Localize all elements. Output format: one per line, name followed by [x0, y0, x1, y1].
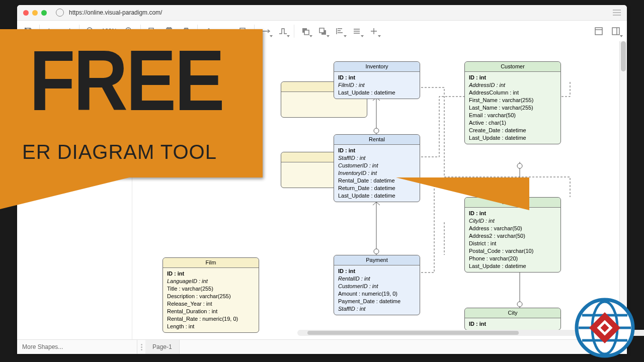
zoom-out-button[interactable]: [83, 23, 99, 39]
svg-point-19: [517, 191, 522, 196]
svg-point-21: [517, 302, 522, 307]
window-controls[interactable]: [23, 10, 47, 16]
svg-rect-14: [319, 28, 324, 33]
zoom-in-button[interactable]: [121, 23, 137, 39]
entity-address[interactable]: Address ID : intCityID : intAddress : va…: [464, 197, 561, 273]
format-panel-button[interactable]: [591, 23, 607, 39]
svg-rect-15: [595, 28, 602, 35]
svg-rect-8: [223, 34, 229, 35]
svg-rect-6: [167, 28, 172, 35]
save-button[interactable]: [20, 23, 36, 39]
entity-header: Film: [163, 258, 259, 268]
entity-header: Customer: [465, 62, 560, 72]
to-front-button[interactable]: [297, 23, 313, 39]
shape-sidebar: Search Shapes Entity Relationship: [17, 41, 132, 340]
paste-button[interactable]: [161, 23, 177, 39]
waypoint-button[interactable]: [275, 23, 291, 39]
entity-city[interactable]: City ID : int: [464, 308, 561, 330]
close-icon[interactable]: [23, 10, 29, 16]
entity-inventory[interactable]: Inventory ID : intFilmID : intLast_Updat…: [334, 61, 420, 99]
entity-header: Address: [465, 198, 560, 208]
entity-body: ID : intStaffID : intCustomerID : intInv…: [334, 145, 420, 202]
entity-body: ID : intCityID : intAddress : varchar(50…: [465, 208, 560, 272]
entity-body: ID : intLanguageID : intTitle : varchar(…: [163, 268, 259, 332]
workspace: Search Shapes Entity Relationship: [17, 41, 627, 340]
fill-color-button[interactable]: [201, 23, 217, 39]
product-logo-icon: [575, 298, 635, 358]
svg-point-17: [374, 128, 379, 133]
entity-film[interactable]: Film ID : intLanguageID : intTitle : var…: [163, 257, 259, 333]
to-back-button[interactable]: [314, 23, 331, 39]
menu-icon[interactable]: [613, 10, 621, 16]
zoom-level[interactable]: 100%: [100, 28, 119, 35]
entity-header: City: [465, 308, 560, 318]
site-info-icon[interactable]: [56, 9, 64, 17]
maximize-icon[interactable]: [41, 10, 47, 16]
page-tab[interactable]: Page-1: [145, 340, 180, 354]
palette-entity-green-icon[interactable]: [21, 89, 33, 98]
align-button[interactable]: [332, 23, 348, 39]
palette-entity-icon[interactable]: [21, 77, 33, 86]
sidebar-category[interactable]: Entity Relationship: [17, 61, 132, 75]
minimize-icon[interactable]: [32, 10, 38, 16]
more-shapes-button[interactable]: More Shapes...: [17, 340, 137, 354]
svg-point-18: [374, 249, 379, 254]
browser-titlebar: https://online.visual-paradigm.com/: [17, 5, 627, 21]
entity-rental[interactable]: Rental ID : intStaffID : intCustomerID :…: [334, 134, 420, 202]
outline-panel-button[interactable]: [608, 23, 624, 39]
add-button[interactable]: [366, 23, 382, 39]
distribute-button[interactable]: [349, 23, 365, 39]
entity-payment[interactable]: Payment ID : intRentalID : intCustomerID…: [334, 255, 420, 315]
delete-button[interactable]: [178, 23, 194, 39]
connector-button[interactable]: [258, 23, 274, 39]
entity-header: Inventory: [334, 62, 420, 72]
svg-rect-5: [150, 30, 155, 35]
svg-rect-12: [304, 30, 309, 35]
entity-header: Rental: [334, 135, 420, 145]
entity-body: ID : int: [465, 318, 560, 330]
vertical-scrollbar[interactable]: [619, 41, 627, 340]
address-bar[interactable]: https://online.visual-paradigm.com/: [69, 9, 162, 16]
entity-body: ID : intFilmID : intLast_Update : dateti…: [334, 72, 420, 99]
page-drag-handle[interactable]: [139, 340, 143, 354]
svg-rect-10: [242, 30, 247, 35]
entity-body: ID : intRentalID : intCustomerID : intAm…: [334, 265, 420, 315]
app-toolbar: 100%: [17, 21, 627, 42]
footer: More Shapes... Page-1: [17, 339, 627, 354]
entity-body: ID : intAddressID : intAddressColumn : i…: [465, 72, 560, 144]
entity-customer[interactable]: Customer ID : intAddressID : intAddressC…: [464, 61, 561, 144]
copy-button[interactable]: [144, 23, 160, 39]
app-window: https://online.visual-paradigm.com/ 100%: [17, 5, 627, 354]
undo-button[interactable]: [43, 23, 59, 39]
svg-point-20: [517, 163, 522, 168]
redo-button[interactable]: [60, 23, 76, 39]
line-color-button[interactable]: [218, 23, 234, 39]
svg-rect-16: [612, 28, 619, 35]
diagram-canvas[interactable]: Film ID : intLanguageID : intTitle : var…: [132, 41, 627, 340]
svg-rect-0: [26, 32, 30, 35]
shadow-button[interactable]: [235, 23, 251, 39]
entity-header: Payment: [334, 255, 420, 265]
search-input[interactable]: Search Shapes: [20, 44, 129, 58]
svg-rect-1: [27, 28, 29, 30]
